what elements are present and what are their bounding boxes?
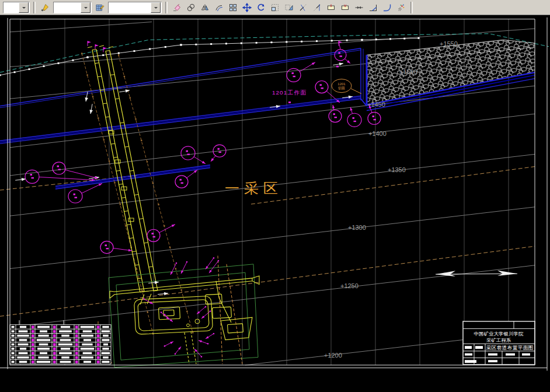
trim-icon [298, 3, 308, 12]
chamfer-icon [368, 3, 378, 12]
leader-arrow [175, 346, 181, 355]
join-button[interactable] [352, 1, 366, 15]
layer-properties-button[interactable] [93, 1, 107, 15]
erase-button[interactable] [170, 1, 184, 15]
leader-arrow [164, 341, 173, 346]
outcrop-marker-line [0, 37, 420, 76]
make-object-layer-current-icon [40, 3, 50, 12]
svg-text:切眼: 切眼 [338, 86, 345, 90]
leader-arrow [181, 261, 187, 274]
chamfer-button[interactable] [366, 1, 380, 15]
leader-arrow [164, 314, 173, 322]
school-name: 中国矿业大学银川学院 [474, 331, 524, 337]
toolbar-separator [165, 2, 168, 13]
svg-text:+1200: +1200 [324, 352, 342, 359]
svg-text:1201: 1201 [337, 82, 345, 86]
break-button[interactable] [338, 1, 352, 15]
department-name: 采矿工程系 [486, 338, 511, 344]
leader-arrow [199, 341, 208, 345]
svg-text:+1350: +1350 [388, 166, 406, 173]
stretch-icon [284, 3, 294, 12]
legend-table [10, 320, 111, 364]
callout-balloon[interactable] [329, 105, 342, 123]
inclined-shafts [81, 46, 193, 334]
toolbar [0, 0, 550, 15]
caved-zone-hatch [367, 40, 535, 110]
callout-balloon[interactable] [211, 145, 226, 162]
svg-text:+1250: +1250 [340, 282, 358, 289]
seam-roadway-lines [0, 48, 367, 189]
copy-icon [186, 3, 196, 12]
pit-bottom-station [109, 256, 259, 367]
svg-text:+1400: +1400 [368, 130, 387, 137]
callout-balloon[interactable] [287, 62, 315, 82]
callout-balloon[interactable] [347, 107, 361, 127]
break-at-point-icon [326, 3, 336, 12]
copy-button[interactable] [184, 1, 198, 15]
break-icon [340, 3, 350, 12]
rotate-button[interactable] [254, 1, 268, 15]
layer-combo[interactable] [53, 2, 92, 13]
make-object-layer-current-button[interactable] [38, 1, 52, 15]
extend-button[interactable] [310, 1, 324, 15]
mirror-icon [200, 3, 210, 12]
drawing-title: 采区巷道布置平面图 [486, 345, 534, 351]
mirror-button[interactable] [198, 1, 212, 15]
survey-flag-icon [95, 44, 99, 50]
extend-icon [312, 3, 322, 12]
layer-combo-dropdown-arrow[interactable] [81, 2, 90, 13]
explode-icon [396, 3, 406, 12]
survey-flag-icon [88, 41, 91, 46]
callout-balloon[interactable] [175, 170, 197, 188]
callout-balloon[interactable] [100, 241, 132, 253]
working-face-label: 1201工作面 [272, 89, 307, 96]
color-combo-dropdown-arrow[interactable] [151, 2, 161, 13]
erase-icon [172, 3, 182, 12]
break-at-point-button[interactable] [324, 1, 338, 15]
drawing-viewport[interactable]: +1550+1500+1450+1400+1350+1300+1250+1200… [0, 15, 550, 392]
array-button[interactable] [226, 1, 240, 15]
offset-icon [214, 3, 224, 12]
rotate-icon [256, 3, 266, 12]
callout-balloon[interactable] [53, 162, 98, 178]
move-icon [242, 3, 252, 12]
drawing-canvas[interactable]: +1550+1500+1450+1400+1350+1300+1250+1200… [0, 15, 550, 392]
scale-button[interactable] [268, 1, 282, 15]
quick-select-combo-dropdown-arrow[interactable] [19, 2, 29, 13]
cad-window: +1550+1500+1450+1400+1350+1300+1250+1200… [0, 0, 550, 392]
array-icon [228, 3, 238, 12]
leader-arrow [206, 333, 214, 339]
mining-area-label: 一采区 [225, 180, 283, 195]
join-icon [354, 3, 364, 12]
callout-balloon[interactable] [147, 225, 175, 242]
annotation-callouts[interactable] [25, 41, 381, 357]
color-combo[interactable] [108, 2, 162, 13]
fillet-button[interactable] [380, 1, 394, 15]
quick-select-combo[interactable] [3, 2, 30, 13]
svg-text:+1550: +1550 [440, 40, 458, 47]
svg-text:+1300: +1300 [348, 224, 366, 231]
explode-button[interactable] [394, 1, 408, 15]
offset-button[interactable] [212, 1, 226, 15]
layer-properties-icon [95, 3, 105, 12]
move-button[interactable] [240, 1, 254, 15]
toolbar-separator [33, 2, 36, 13]
title-block: 中国矿业大学银川学院采矿工程系采区巷道布置平面图 [463, 321, 535, 365]
trim-button[interactable] [296, 1, 310, 15]
survey-flag-icon [103, 47, 107, 52]
svg-text:+1500: +1500 [399, 68, 417, 75]
stretch-button[interactable] [282, 1, 296, 15]
leader-arrow [201, 310, 211, 318]
toolbar-separator [410, 2, 413, 13]
fillet-icon [382, 3, 392, 12]
scale-icon [270, 3, 280, 12]
cut-callout[interactable]: 1201切眼 [332, 79, 361, 94]
